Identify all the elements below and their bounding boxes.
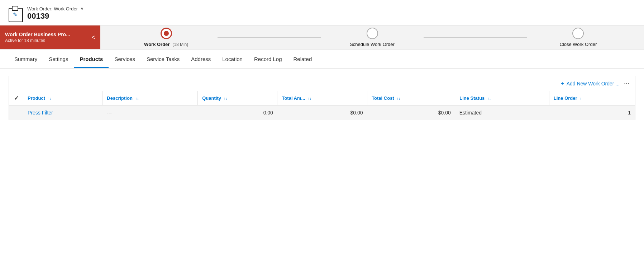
tab-related[interactable]: Related [288,51,318,68]
bp-stage-name-3: Close Work Order [559,42,597,47]
col-total-cost[interactable]: Total Cost ↑↓ [367,91,455,106]
bp-stage-label-2: Schedule Work Order [350,41,395,47]
breadcrumb-text: Work Order: Work Order [27,6,78,11]
tab-service-tasks[interactable]: Service Tasks [141,51,185,68]
bp-stage-work-order[interactable]: Work Order (18 Min) [115,28,218,47]
table-body: Press Filter --- 0.00 $0.00 $0.00 Estima… [9,106,635,120]
col-line-order[interactable]: Line Order ↑ [549,91,635,106]
col-total-amount[interactable]: Total Am... ↑↓ [277,91,367,106]
row-line-status: Estimated [455,106,549,120]
products-table-container: + Add New Work Order ... ··· ✓ Product ↑… [9,76,635,120]
checkmark-icon: ✓ [14,95,19,101]
col-quantity[interactable]: Quantity ↑↓ [198,91,277,106]
col-total-amount-label: Total Am... [282,95,305,101]
bp-connector-1 [218,37,320,38]
bp-active-subtitle: Active for 18 minutes [5,38,70,43]
col-total-cost-label: Total Cost [372,95,394,101]
add-icon: + [561,80,564,87]
tab-address[interactable]: Address [185,51,216,68]
bp-stage-circle-1 [161,28,172,39]
bp-stage-name-1: Work Order [144,42,170,47]
row-total-cost: $0.00 [367,106,455,120]
row-product[interactable]: Press Filter [23,106,102,120]
tab-location[interactable]: Location [216,51,248,68]
table-header: ✓ Product ↑↓ Description ↑↓ Quantity ↑↓ [9,91,635,106]
bp-stages: Work Order (18 Min) Schedule Work Order … [100,25,644,49]
breadcrumb-chevron[interactable]: ∨ [81,6,84,11]
tab-products[interactable]: Products [74,51,109,68]
page-header: ✎ Work Order: Work Order ∨ 00139 [0,0,644,25]
tab-summary[interactable]: Summary [9,51,43,68]
col-description[interactable]: Description ↑↓ [102,91,198,106]
select-all-checkbox[interactable]: ✓ [9,91,23,106]
pencil-icon: ✎ [13,11,18,18]
table-row: Press Filter --- 0.00 $0.00 $0.00 Estima… [9,106,635,120]
products-table: ✓ Product ↑↓ Description ↑↓ Quantity ↑↓ [9,91,635,120]
bp-stage-circle-3 [572,28,584,39]
col-total-cost-sort-icon: ↑↓ [397,97,400,100]
row-line-order: 1 [549,106,635,120]
bp-active-text: Work Order Business Pro... Active for 18… [5,32,70,43]
bp-connector-2 [424,37,526,38]
bp-stages-inner: Work Order (18 Min) Schedule Work Order … [115,28,630,47]
row-description: --- [102,106,198,120]
col-quantity-sort-icon: ↑↓ [224,97,228,100]
bp-active-title: Work Order Business Pro... [5,32,70,37]
more-options-button[interactable]: ··· [624,80,629,87]
col-line-order-sort-icon: ↑ [580,97,582,100]
col-quantity-label: Quantity [202,95,221,101]
col-line-status[interactable]: Line Status ↑↓ [455,91,549,106]
col-line-status-label: Line Status [459,95,485,101]
header-title-block: Work Order: Work Order ∨ 00139 [27,6,84,21]
bp-stage-sublabel-1: (18 Min) [172,42,188,47]
record-id: 00139 [27,11,84,21]
col-product-label: Product [28,95,45,101]
product-link[interactable]: Press Filter [28,110,53,116]
breadcrumb: Work Order: Work Order ∨ [27,6,84,11]
table-toolbar: + Add New Work Order ... ··· [9,76,635,91]
bp-stage-label-3: Close Work Order [559,41,597,47]
business-process-bar: Work Order Business Pro... Active for 18… [0,25,644,50]
tab-services[interactable]: Services [109,51,141,68]
add-new-work-order-button[interactable]: + Add New Work Order ... [561,80,620,87]
add-button-label: Add New Work Order ... [567,81,620,86]
bp-stage-close[interactable]: Close Work Order [527,28,630,47]
tab-settings[interactable]: Settings [43,51,74,68]
row-quantity: 0.00 [198,106,277,120]
app-icon: ✎ [9,6,22,21]
bp-stage-circle-2 [367,28,378,39]
bp-active-stage: Work Order Business Pro... Active for 18… [0,25,100,49]
bp-stage-schedule[interactable]: Schedule Work Order [321,28,424,47]
col-total-amount-sort-icon: ↑↓ [308,97,311,100]
col-product-sort-icon: ↑↓ [48,97,52,100]
bp-stage-label-1: Work Order (18 Min) [144,41,188,47]
bp-stage-name-2: Schedule Work Order [350,42,395,47]
col-description-sort-icon: ↑↓ [135,97,139,100]
col-line-order-label: Line Order [554,95,577,101]
col-product[interactable]: Product ↑↓ [23,91,102,106]
tabs-bar: Summary Settings Products Services Servi… [0,51,644,69]
col-line-status-sort-icon: ↑↓ [487,97,491,100]
main-content: + Add New Work Order ... ··· ✓ Product ↑… [0,69,644,127]
row-total-amount: $0.00 [277,106,367,120]
bp-collapse-chevron[interactable]: < [91,34,95,41]
col-description-label: Description [107,95,133,101]
tab-record-log[interactable]: Record Log [248,51,288,68]
row-checkbox[interactable] [9,106,23,120]
